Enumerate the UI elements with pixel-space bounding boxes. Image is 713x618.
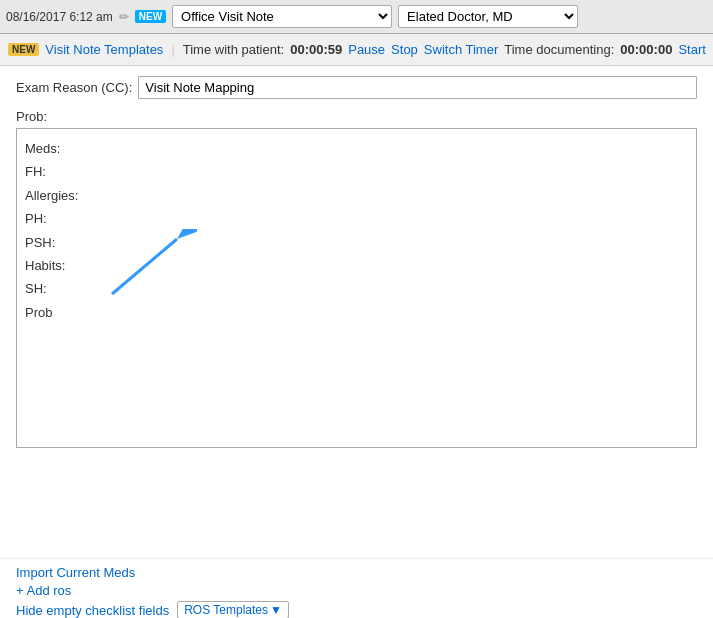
title-bar: 08/16/2017 6:12 am ✏ NEW Office Visit No… (0, 0, 713, 34)
pause-link[interactable]: Pause (348, 42, 385, 57)
time-documenting-value: 00:00:00 (620, 42, 672, 57)
exam-reason-label: Exam Reason (CC): (16, 80, 132, 95)
import-current-meds-link[interactable]: Import Current Meds (16, 565, 697, 580)
exam-reason-input[interactable] (138, 76, 697, 99)
visit-note-templates-link[interactable]: Visit Note Templates (45, 42, 163, 57)
exam-reason-row: Exam Reason (CC): (16, 76, 697, 99)
psh-row: PSH: (25, 231, 688, 254)
toolbar-new-badge: NEW (8, 43, 39, 56)
time-documenting-label: Time documenting: (504, 42, 614, 57)
actions-row: + Add ros (16, 583, 697, 598)
toolbar: NEW Visit Note Templates | Time with pat… (0, 34, 713, 66)
add-ros-link[interactable]: + Add ros (16, 583, 71, 598)
stop-link[interactable]: Stop (391, 42, 418, 57)
note-type-select[interactable]: Office Visit Note (172, 5, 392, 28)
note-area[interactable]: Meds: FH: Allergies: PH: PSH: Habits: SH… (16, 128, 697, 448)
fh-row: FH: (25, 160, 688, 183)
hide-empty-checklist-link[interactable]: Hide empty checklist fields (16, 603, 169, 618)
allergies-row: Allergies: (25, 184, 688, 207)
sh-row: SH: (25, 277, 688, 300)
switch-timer-link[interactable]: Switch Timer (424, 42, 498, 57)
pencil-icon: ✏ (119, 10, 129, 24)
prob-section: Prob: Meds: FH: Allergies: PH: PSH: Habi… (16, 109, 697, 448)
visit-date: 08/16/2017 6:12 am (6, 10, 113, 24)
ph-row: PH: (25, 207, 688, 230)
time-with-patient-value: 00:00:59 (290, 42, 342, 57)
ros-templates-button[interactable]: ROS Templates ▼ (177, 601, 289, 618)
dropdown-arrow-icon: ▼ (270, 603, 282, 617)
ros-templates-label: ROS Templates (184, 603, 268, 617)
prob-label: Prob: (16, 109, 697, 124)
sep1: | (171, 42, 174, 57)
time-with-patient-label: Time with patient: (183, 42, 284, 57)
doctor-select[interactable]: Elated Doctor, MD (398, 5, 578, 28)
new-badge: NEW (135, 10, 166, 23)
habits-row: Habits: (25, 254, 688, 277)
prob-row: Prob (25, 301, 688, 324)
actions-bar: Import Current Meds + Add ros Hide empty… (0, 558, 713, 618)
meds-row: Meds: (25, 137, 688, 160)
checklist-row: Hide empty checklist fields ROS Template… (16, 601, 697, 618)
main-content: Exam Reason (CC): Prob: Meds: FH: Allerg… (0, 66, 713, 558)
start-link[interactable]: Start (678, 42, 705, 57)
